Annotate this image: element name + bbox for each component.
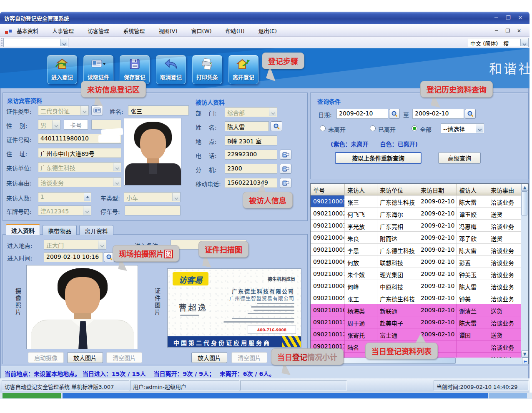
column-header[interactable]: 被访人 bbox=[457, 184, 488, 195]
quick-select-combobox[interactable] bbox=[3, 38, 68, 47]
table-cell[interactable]: 何飞飞 bbox=[345, 208, 377, 219]
table-cell[interactable]: 090210005 bbox=[311, 244, 345, 255]
table-cell[interactable]: 090210006 bbox=[311, 256, 345, 268]
mdi-minimize-icon[interactable]: ─ bbox=[492, 28, 501, 35]
mdi-restore-icon[interactable]: ❐ bbox=[503, 28, 512, 35]
table-cell[interactable]: 洽谈业务 bbox=[488, 292, 522, 304]
leave-register-button[interactable]: 离开登记 bbox=[228, 55, 258, 84]
radio-left[interactable] bbox=[370, 125, 376, 131]
table-cell[interactable]: 090210008 bbox=[311, 280, 345, 292]
table-cell[interactable]: 090210002 bbox=[311, 208, 345, 219]
dial-ext-button[interactable] bbox=[280, 164, 291, 174]
chevron-down-icon[interactable] bbox=[476, 124, 483, 133]
cancel-register-button[interactable]: 取消登记 bbox=[156, 55, 186, 84]
visitee-search-button[interactable] bbox=[271, 121, 282, 131]
minimize-icon[interactable]: ─ bbox=[491, 14, 501, 22]
plate-select[interactable]: 津A12345 bbox=[38, 205, 91, 215]
gender-select[interactable]: 男 bbox=[38, 120, 60, 130]
table-cell[interactable]: 富士通 bbox=[377, 328, 418, 340]
mdi-close-icon[interactable]: ✕ bbox=[514, 28, 524, 35]
column-header[interactable]: 来访日期 bbox=[418, 184, 457, 195]
table-cell[interactable]: 2009-02-10 bbox=[418, 304, 457, 316]
advanced-query-button[interactable]: 高级查询 bbox=[438, 152, 481, 164]
visitee-name-field[interactable]: 陈大雷 bbox=[225, 121, 269, 131]
date-to-picker-button[interactable] bbox=[465, 109, 476, 119]
entry-time-field[interactable]: 2009-02-10 10:16 bbox=[44, 252, 103, 262]
read-card-button[interactable]: 读取证件 bbox=[83, 55, 113, 84]
table-cell[interactable]: 2009-02-10 bbox=[418, 208, 457, 219]
table-row[interactable]: 090210011周于通赴美电子2009-02-10陈大雷洽谈业务 bbox=[311, 316, 522, 328]
table-cell[interactable]: 洽谈业务 bbox=[488, 268, 522, 280]
table-row[interactable]: 090210010杨海类新联通2009-02-10谢清兰送货 bbox=[311, 304, 522, 316]
table-cell[interactable]: 联想科技 bbox=[377, 256, 418, 268]
table-cell[interactable]: 送货 bbox=[488, 232, 522, 243]
dept-select[interactable]: 综合部 bbox=[225, 107, 277, 117]
table-cell[interactable]: 090210011 bbox=[311, 316, 345, 328]
table-cell[interactable]: 陈大雷 bbox=[457, 244, 488, 255]
table-cell[interactable]: 谭玉姣 bbox=[457, 208, 488, 219]
tab-carried-items[interactable]: 携带物品 bbox=[43, 225, 77, 235]
table-cell[interactable]: 2009-02-10 bbox=[418, 280, 457, 292]
table-cell[interactable]: 洽谈业务 bbox=[488, 256, 522, 268]
table-cell[interactable]: 何放 bbox=[345, 256, 377, 268]
clear-photo-button[interactable]: 清空图片 bbox=[106, 352, 142, 363]
table-cell[interactable]: 何峰 bbox=[345, 280, 377, 292]
enlarge-card-button[interactable]: 放大图片 bbox=[191, 352, 227, 363]
chevron-down-icon[interactable] bbox=[269, 108, 276, 116]
table-row[interactable]: 090210003李光放广东亮相2009-02-10冯惠梅洽谈业务 bbox=[311, 220, 522, 232]
table-cell[interactable]: 张工 bbox=[345, 292, 377, 304]
chevron-down-icon[interactable] bbox=[60, 39, 68, 46]
dial-mobile-button[interactable] bbox=[280, 178, 291, 188]
table-cell[interactable]: 洽谈业务 bbox=[488, 195, 522, 207]
entry-location-select[interactable]: 正大门 bbox=[44, 240, 106, 250]
menu-item-system[interactable]: 系统管理 bbox=[123, 24, 145, 38]
table-cell[interactable]: 090210004 bbox=[311, 232, 345, 243]
clear-card-button[interactable]: 清空图片 bbox=[231, 352, 267, 363]
chevron-down-icon[interactable] bbox=[172, 193, 180, 201]
table-cell[interactable]: 090210001 bbox=[311, 195, 345, 207]
cert-type-select[interactable]: 二代身份证 bbox=[38, 105, 89, 115]
column-header[interactable]: 来访事由 bbox=[488, 184, 522, 195]
table-cell[interactable] bbox=[457, 340, 488, 352]
table-cell[interactable]: 冯惠梅 bbox=[457, 220, 488, 231]
scroll-right-icon[interactable]: ► bbox=[522, 358, 529, 364]
table-cell[interactable]: 陈大雷 bbox=[457, 195, 488, 207]
table-cell[interactable]: 2009-02-10 bbox=[418, 268, 457, 280]
table-cell[interactable]: 张寄托 bbox=[345, 328, 377, 340]
table-cell[interactable]: 朱良 bbox=[345, 232, 377, 243]
table-cell[interactable]: 附而达 bbox=[377, 232, 418, 243]
table-cell[interactable]: 新联通 bbox=[377, 304, 418, 316]
date-to-field[interactable]: 2009-02-10 bbox=[412, 109, 464, 119]
mobile-field[interactable]: 15602210349 bbox=[225, 178, 277, 188]
tab-entry-info[interactable]: 进入资料 bbox=[6, 224, 40, 235]
table-cell[interactable]: 洽谈业务 bbox=[488, 244, 522, 255]
parking-field[interactable] bbox=[125, 205, 181, 215]
table-cell[interactable]: 090210007 bbox=[311, 268, 345, 280]
table-cell[interactable]: 090210003 bbox=[311, 220, 345, 231]
enter-register-button[interactable]: 进入登记 bbox=[47, 55, 77, 84]
table-cell[interactable]: 钟美 bbox=[457, 292, 488, 304]
table-cell[interactable]: 2009-02-10 bbox=[418, 292, 457, 304]
id-card-reader-button[interactable] bbox=[91, 105, 103, 115]
vertical-scrollbar[interactable]: ▲ ▼ bbox=[521, 184, 528, 358]
table-row[interactable]: 090210004朱良附而达2009-02-10邓子欣送货 bbox=[311, 232, 522, 244]
tab-leave-info[interactable]: 离开资料 bbox=[79, 225, 113, 235]
chevron-down-icon[interactable] bbox=[83, 206, 90, 215]
column-header[interactable]: 单号 bbox=[311, 184, 345, 195]
company-select[interactable]: 广东德生科技 bbox=[38, 162, 121, 172]
stepper-arrows-icon[interactable] bbox=[84, 193, 90, 201]
date-from-picker-button[interactable] bbox=[389, 109, 400, 119]
table-cell[interactable]: 朱个奴 bbox=[345, 268, 377, 280]
table-cell[interactable]: 送货 bbox=[488, 304, 522, 316]
chevron-down-icon[interactable] bbox=[98, 240, 105, 249]
vehicle-type-select[interactable]: 小车 bbox=[124, 192, 181, 202]
table-cell[interactable]: 陈大雷 bbox=[457, 316, 488, 328]
table-cell[interactable]: 彭置 bbox=[457, 256, 488, 268]
vertical-scroll-thumb[interactable] bbox=[521, 191, 527, 215]
table-cell[interactable]: 邓子欣 bbox=[457, 232, 488, 243]
table-cell[interactable]: 赴美电子 bbox=[377, 316, 418, 328]
close-icon[interactable]: ✕ bbox=[515, 14, 525, 22]
table-cell[interactable]: 陈大雷 bbox=[457, 280, 488, 292]
chevron-down-icon[interactable] bbox=[113, 163, 120, 171]
chevron-down-icon[interactable] bbox=[80, 106, 88, 115]
